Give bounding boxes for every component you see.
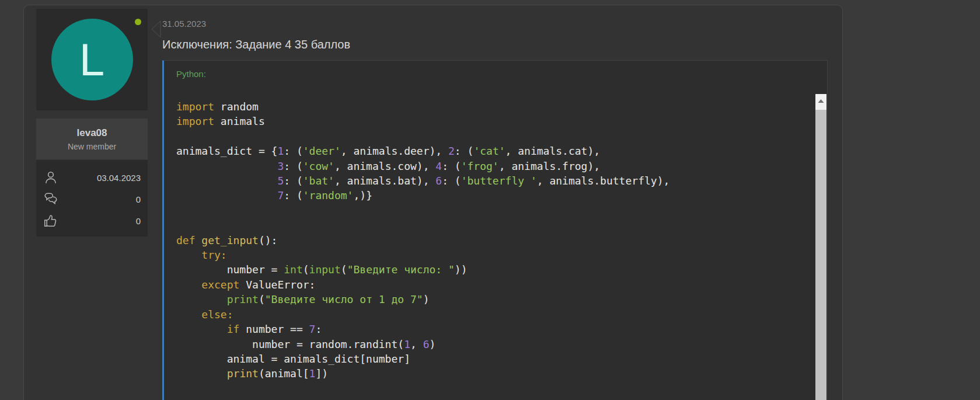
user-stats: 03.04.2023 0 0	[36, 160, 148, 236]
scroll-up-arrow-icon	[818, 99, 824, 103]
avatar-letter: L	[79, 37, 104, 82]
message-beak-pointer	[151, 20, 161, 38]
code-scrollbar[interactable]	[815, 94, 826, 400]
post-content-cell: 31.05.2023 Исключения: Задание 4 35 балл…	[151, 5, 842, 400]
member-since-icon	[43, 170, 58, 185]
stat-row-likes: 0	[43, 213, 141, 228]
forum-post: L leva08 New member 03.04.2023	[23, 5, 843, 400]
joined-date: 03.04.2023	[58, 173, 141, 183]
post-date[interactable]: 31.05.2023	[162, 19, 828, 29]
code-content[interactable]: import randomimport animals animals_dict…	[164, 85, 827, 393]
code-block: Python: import randomimport animals anim…	[162, 60, 828, 400]
scrollbar-up-button[interactable]	[815, 94, 826, 107]
page-background: { "theme": { "page-bg": "#3a3a3a", "card…	[0, 0, 980, 400]
code-language-label: Python:	[164, 61, 827, 79]
likes-count: 0	[58, 216, 141, 226]
user-title: New member	[68, 142, 116, 151]
username-link[interactable]: leva08	[77, 127, 107, 139]
post-title: Исключения: Задание 4 35 баллов	[162, 37, 828, 51]
stat-row-messages: 0	[43, 192, 141, 207]
likes-icon	[43, 213, 58, 228]
user-name-band: leva08 New member	[36, 119, 148, 159]
online-indicator-icon	[135, 19, 141, 25]
stat-row-joined: 03.04.2023	[43, 170, 141, 185]
messages-count: 0	[58, 194, 141, 204]
user-info-cell: L leva08 New member 03.04.2023	[24, 5, 151, 400]
messages-icon	[43, 192, 58, 207]
scrollbar-thumb[interactable]	[815, 110, 826, 400]
avatar[interactable]: L	[51, 19, 133, 100]
avatar-box: L	[36, 9, 148, 110]
